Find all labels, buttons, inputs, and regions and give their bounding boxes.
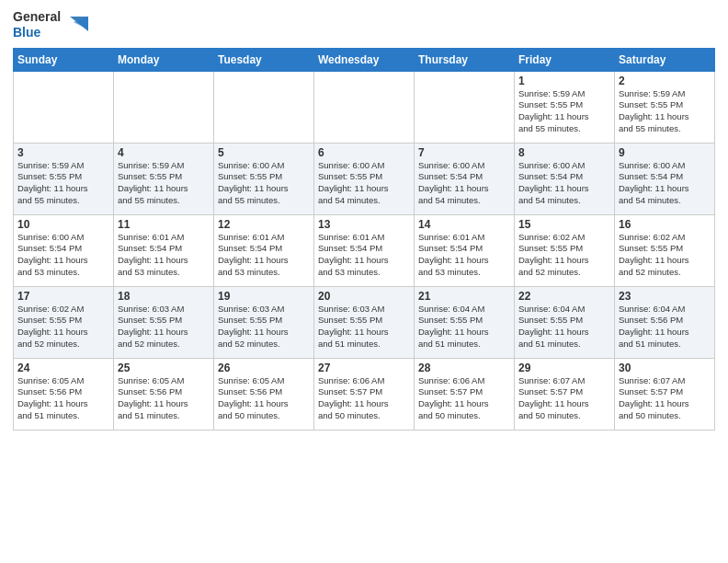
calendar-cell: 8Sunrise: 6:00 AM Sunset: 5:54 PM Daylig…	[515, 143, 615, 214]
calendar-cell: 6Sunrise: 6:00 AM Sunset: 5:55 PM Daylig…	[314, 143, 415, 214]
day-number: 2	[619, 75, 711, 87]
calendar-cell: 17Sunrise: 6:02 AM Sunset: 5:55 PM Dayli…	[14, 286, 114, 358]
header: General Blue	[13, 9, 715, 40]
day-number: 7	[418, 146, 510, 159]
day-info: Sunrise: 6:05 AM Sunset: 5:56 PM Dayligh…	[17, 375, 109, 422]
day-number: 23	[619, 290, 711, 303]
calendar-cell: 7Sunrise: 6:00 AM Sunset: 5:54 PM Daylig…	[415, 143, 515, 214]
day-info: Sunrise: 6:00 AM Sunset: 5:54 PM Dayligh…	[619, 160, 711, 207]
calendar-cell: 10Sunrise: 6:00 AM Sunset: 5:54 PM Dayli…	[14, 214, 114, 286]
logo-bird-icon	[64, 13, 88, 37]
day-number: 1	[518, 75, 610, 87]
page-container: General Blue SundayMondayTuesdayWednesda…	[0, 0, 728, 438]
weekday-header-row: SundayMondayTuesdayWednesdayThursdayFrid…	[14, 48, 715, 71]
day-number: 30	[619, 362, 711, 374]
day-info: Sunrise: 6:07 AM Sunset: 5:57 PM Dayligh…	[619, 375, 711, 422]
calendar-week-row: 10Sunrise: 6:00 AM Sunset: 5:54 PM Dayli…	[14, 214, 715, 286]
weekday-header-monday: Monday	[114, 48, 214, 71]
calendar-cell: 23Sunrise: 6:04 AM Sunset: 5:56 PM Dayli…	[615, 286, 715, 358]
day-info: Sunrise: 6:01 AM Sunset: 5:54 PM Dayligh…	[218, 232, 310, 279]
calendar-cell: 27Sunrise: 6:06 AM Sunset: 5:57 PM Dayli…	[314, 358, 415, 430]
calendar-cell: 9Sunrise: 6:00 AM Sunset: 5:54 PM Daylig…	[615, 143, 715, 214]
calendar-week-row: 17Sunrise: 6:02 AM Sunset: 5:55 PM Dayli…	[14, 286, 715, 358]
day-info: Sunrise: 6:05 AM Sunset: 5:56 PM Dayligh…	[218, 375, 310, 422]
calendar-cell: 30Sunrise: 6:07 AM Sunset: 5:57 PM Dayli…	[615, 358, 715, 430]
day-number: 10	[17, 218, 109, 231]
day-info: Sunrise: 6:00 AM Sunset: 5:55 PM Dayligh…	[218, 160, 310, 207]
calendar-week-row: 1Sunrise: 5:59 AM Sunset: 5:55 PM Daylig…	[14, 71, 715, 143]
day-info: Sunrise: 6:02 AM Sunset: 5:55 PM Dayligh…	[518, 232, 610, 279]
day-number: 24	[17, 362, 109, 374]
day-number: 21	[418, 290, 510, 303]
calendar-cell: 18Sunrise: 6:03 AM Sunset: 5:55 PM Dayli…	[114, 286, 214, 358]
day-number: 6	[318, 146, 410, 159]
calendar-cell: 26Sunrise: 6:05 AM Sunset: 5:56 PM Dayli…	[214, 358, 314, 430]
day-number: 13	[318, 218, 410, 231]
day-number: 28	[418, 362, 510, 374]
calendar-cell: 14Sunrise: 6:01 AM Sunset: 5:54 PM Dayli…	[415, 214, 515, 286]
calendar-cell: 19Sunrise: 6:03 AM Sunset: 5:55 PM Dayli…	[214, 286, 314, 358]
weekday-header-saturday: Saturday	[615, 48, 715, 71]
weekday-header-wednesday: Wednesday	[314, 48, 415, 71]
day-number: 11	[118, 218, 210, 231]
day-info: Sunrise: 6:05 AM Sunset: 5:56 PM Dayligh…	[118, 375, 210, 422]
calendar-cell: 3Sunrise: 5:59 AM Sunset: 5:55 PM Daylig…	[14, 143, 114, 214]
calendar-table: SundayMondayTuesdayWednesdayThursdayFrid…	[13, 48, 715, 431]
day-info: Sunrise: 6:06 AM Sunset: 5:57 PM Dayligh…	[318, 375, 410, 422]
calendar-cell	[314, 71, 415, 143]
calendar-cell	[14, 71, 114, 143]
weekday-header-friday: Friday	[515, 48, 615, 71]
day-number: 27	[318, 362, 410, 374]
day-number: 12	[218, 218, 310, 231]
calendar-cell: 12Sunrise: 6:01 AM Sunset: 5:54 PM Dayli…	[214, 214, 314, 286]
day-number: 26	[218, 362, 310, 374]
day-info: Sunrise: 6:00 AM Sunset: 5:54 PM Dayligh…	[17, 232, 109, 279]
day-number: 20	[318, 290, 410, 303]
calendar-cell: 25Sunrise: 6:05 AM Sunset: 5:56 PM Dayli…	[114, 358, 214, 430]
day-number: 9	[619, 146, 711, 159]
weekday-header-sunday: Sunday	[14, 48, 114, 71]
day-info: Sunrise: 5:59 AM Sunset: 5:55 PM Dayligh…	[118, 160, 210, 207]
logo-text: General Blue	[13, 9, 88, 40]
day-number: 15	[518, 218, 610, 231]
day-info: Sunrise: 6:00 AM Sunset: 5:54 PM Dayligh…	[418, 160, 510, 207]
day-info: Sunrise: 6:06 AM Sunset: 5:57 PM Dayligh…	[418, 375, 510, 422]
calendar-cell: 11Sunrise: 6:01 AM Sunset: 5:54 PM Dayli…	[114, 214, 214, 286]
calendar-cell: 15Sunrise: 6:02 AM Sunset: 5:55 PM Dayli…	[515, 214, 615, 286]
day-number: 22	[518, 290, 610, 303]
calendar-cell: 29Sunrise: 6:07 AM Sunset: 5:57 PM Dayli…	[515, 358, 615, 430]
calendar-cell	[415, 71, 515, 143]
logo: General Blue	[13, 9, 88, 40]
day-info: Sunrise: 5:59 AM Sunset: 5:55 PM Dayligh…	[619, 88, 711, 135]
day-number: 25	[118, 362, 210, 374]
day-number: 14	[418, 218, 510, 231]
day-info: Sunrise: 6:03 AM Sunset: 5:55 PM Dayligh…	[318, 304, 410, 350]
day-info: Sunrise: 5:59 AM Sunset: 5:55 PM Dayligh…	[17, 160, 109, 207]
calendar-cell: 21Sunrise: 6:04 AM Sunset: 5:55 PM Dayli…	[415, 286, 515, 358]
day-number: 18	[118, 290, 210, 303]
calendar-cell: 5Sunrise: 6:00 AM Sunset: 5:55 PM Daylig…	[214, 143, 314, 214]
day-info: Sunrise: 6:04 AM Sunset: 5:55 PM Dayligh…	[518, 304, 610, 350]
day-info: Sunrise: 5:59 AM Sunset: 5:55 PM Dayligh…	[518, 88, 610, 135]
day-number: 17	[17, 290, 109, 303]
calendar-cell: 13Sunrise: 6:01 AM Sunset: 5:54 PM Dayli…	[314, 214, 415, 286]
day-number: 4	[118, 146, 210, 159]
day-info: Sunrise: 6:04 AM Sunset: 5:56 PM Dayligh…	[619, 304, 711, 350]
calendar-cell	[114, 71, 214, 143]
day-number: 3	[17, 146, 109, 159]
day-info: Sunrise: 6:02 AM Sunset: 5:55 PM Dayligh…	[17, 304, 109, 350]
calendar-week-row: 24Sunrise: 6:05 AM Sunset: 5:56 PM Dayli…	[14, 358, 715, 430]
calendar-cell: 24Sunrise: 6:05 AM Sunset: 5:56 PM Dayli…	[14, 358, 114, 430]
day-number: 16	[619, 218, 711, 231]
calendar-cell: 20Sunrise: 6:03 AM Sunset: 5:55 PM Dayli…	[314, 286, 415, 358]
day-info: Sunrise: 6:02 AM Sunset: 5:55 PM Dayligh…	[619, 232, 711, 279]
calendar-cell: 1Sunrise: 5:59 AM Sunset: 5:55 PM Daylig…	[515, 71, 615, 143]
day-number: 19	[218, 290, 310, 303]
calendar-cell: 4Sunrise: 5:59 AM Sunset: 5:55 PM Daylig…	[114, 143, 214, 214]
calendar-cell: 22Sunrise: 6:04 AM Sunset: 5:55 PM Dayli…	[515, 286, 615, 358]
calendar-week-row: 3Sunrise: 5:59 AM Sunset: 5:55 PM Daylig…	[14, 143, 715, 214]
day-number: 29	[518, 362, 610, 374]
day-info: Sunrise: 6:00 AM Sunset: 5:55 PM Dayligh…	[318, 160, 410, 207]
day-number: 8	[518, 146, 610, 159]
day-info: Sunrise: 6:00 AM Sunset: 5:54 PM Dayligh…	[518, 160, 610, 207]
